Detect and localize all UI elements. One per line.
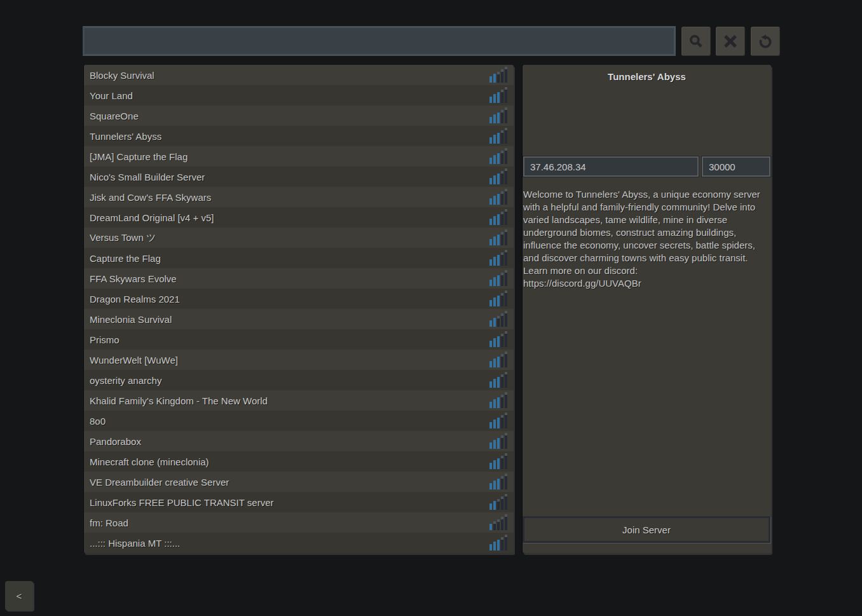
server-name: Mineclonia Survival bbox=[90, 314, 489, 325]
ping-strength-icon bbox=[489, 310, 507, 327]
server-name: Tunnelers' Abyss bbox=[90, 131, 489, 142]
server-list-item[interactable]: Minecraft clone (mineclonia) bbox=[84, 451, 514, 472]
server-list-item[interactable]: [JMA] Capture the Flag bbox=[84, 146, 514, 167]
server-list-item[interactable]: Khalid Family's Kingdom - The New World bbox=[84, 390, 514, 411]
server-list-item[interactable]: WunderWelt [WuWe] bbox=[84, 350, 514, 370]
ping-strength-icon bbox=[489, 514, 507, 530]
ping-strength-icon bbox=[489, 371, 507, 388]
server-list-item[interactable]: SquareOne bbox=[84, 106, 514, 126]
server-list-item[interactable]: Versus Town ツ bbox=[84, 228, 514, 248]
ping-strength-icon bbox=[489, 412, 507, 428]
clear-icon bbox=[722, 33, 739, 50]
ping-strength-icon bbox=[489, 66, 507, 83]
server-name: LinuxForks FREE PUBLIC TRANSIT server bbox=[90, 497, 489, 508]
server-name: VE Dreambuilder creative Server bbox=[90, 477, 489, 488]
ping-strength-icon bbox=[489, 229, 507, 245]
refresh-icon bbox=[757, 33, 774, 50]
server-name: Khalid Family's Kingdom - The New World bbox=[90, 395, 489, 406]
server-list-item[interactable]: Your Land bbox=[84, 85, 514, 106]
server-list-item[interactable]: 8o0 bbox=[84, 411, 514, 431]
server-list-item[interactable]: LinuxForks FREE PUBLIC TRANSIT server bbox=[84, 492, 514, 512]
back-button[interactable]: < bbox=[5, 581, 33, 610]
server-list-item[interactable]: DreamLand Original [v4 + v5] bbox=[84, 207, 514, 228]
refresh-button[interactable] bbox=[751, 27, 780, 56]
ping-strength-icon bbox=[489, 453, 507, 469]
ping-strength-icon bbox=[489, 168, 507, 184]
server-list-item[interactable]: VE Dreambuilder creative Server bbox=[84, 472, 514, 492]
search-button[interactable] bbox=[681, 27, 711, 56]
server-list-item[interactable]: Jisk and Cow's FFA Skywars bbox=[84, 187, 514, 207]
server-list-item[interactable]: Prismo bbox=[84, 329, 514, 350]
server-list-item[interactable]: Blocky Survival bbox=[84, 65, 514, 85]
search-input[interactable] bbox=[83, 26, 676, 56]
port-field[interactable] bbox=[702, 156, 770, 177]
magnifier-icon bbox=[688, 33, 704, 50]
server-list-item[interactable]: Nico's Small Builder Server bbox=[84, 167, 514, 187]
ping-strength-icon bbox=[489, 209, 507, 225]
address-field[interactable] bbox=[523, 156, 699, 177]
ping-strength-icon bbox=[489, 351, 507, 367]
server-list: Blocky Survival Your Land SquareOne Tunn… bbox=[84, 65, 514, 553]
server-detail-panel: Tunnelers' Abyss Welcome to Tunnelers' A… bbox=[523, 65, 771, 553]
ping-strength-icon bbox=[489, 331, 507, 347]
server-list-item[interactable]: Capture the Flag bbox=[84, 248, 514, 268]
server-list-item[interactable]: Pandorabox bbox=[84, 431, 514, 451]
server-name: oysterity anarchy bbox=[90, 375, 489, 386]
server-list-item[interactable]: fm: Road bbox=[84, 512, 514, 533]
server-list-item[interactable]: Mineclonia Survival bbox=[84, 309, 514, 329]
server-name: Prismo bbox=[90, 334, 489, 345]
server-name: Minecraft clone (mineclonia) bbox=[90, 456, 489, 467]
server-list-item[interactable]: ...::: Hispania MT :::... bbox=[84, 533, 514, 553]
server-name: Jisk and Cow's FFA Skywars bbox=[90, 192, 489, 203]
server-name: Dragon Realms 2021 bbox=[90, 294, 489, 305]
server-name: fm: Road bbox=[90, 517, 489, 528]
server-name: ...::: Hispania MT :::... bbox=[90, 538, 489, 549]
ping-strength-icon bbox=[489, 392, 507, 408]
ping-strength-icon bbox=[489, 127, 507, 144]
server-list-item[interactable]: Tunnelers' Abyss bbox=[84, 126, 514, 146]
selected-server-title: Tunnelers' Abyss bbox=[523, 65, 771, 82]
ping-strength-icon bbox=[489, 107, 507, 123]
server-name: Pandorabox bbox=[90, 436, 489, 447]
join-server-button[interactable]: Join Server bbox=[523, 516, 770, 543]
server-name: WunderWelt [WuWe] bbox=[90, 355, 489, 366]
server-name: Versus Town ツ bbox=[90, 232, 489, 244]
server-name: Your Land bbox=[90, 90, 489, 101]
ping-strength-icon bbox=[489, 86, 507, 103]
server-name: [JMA] Capture the Flag bbox=[90, 151, 489, 162]
ping-strength-icon bbox=[489, 432, 507, 449]
server-list-item[interactable]: oysterity anarchy bbox=[84, 370, 514, 390]
server-name: Capture the Flag bbox=[90, 253, 489, 264]
ping-strength-icon bbox=[489, 493, 507, 510]
server-name: SquareOne bbox=[90, 111, 489, 121]
ping-strength-icon bbox=[489, 290, 507, 306]
ping-strength-icon bbox=[489, 534, 507, 551]
server-name: Blocky Survival bbox=[90, 70, 489, 81]
ping-strength-icon bbox=[489, 270, 507, 286]
server-name: Nico's Small Builder Server bbox=[90, 172, 489, 182]
ping-strength-icon bbox=[489, 473, 507, 489]
server-name: FFA Skywars Evolve bbox=[90, 273, 489, 284]
server-name: DreamLand Original [v4 + v5] bbox=[90, 212, 489, 223]
server-list-item[interactable]: FFA Skywars Evolve bbox=[84, 268, 514, 289]
ping-strength-icon bbox=[489, 147, 507, 164]
server-name: 8o0 bbox=[90, 416, 489, 427]
server-list-item[interactable]: Dragon Realms 2021 bbox=[84, 289, 514, 309]
clear-search-button[interactable] bbox=[716, 27, 745, 56]
ping-strength-icon bbox=[489, 188, 507, 205]
server-description: Welcome to Tunnelers' Abyss, a unique ec… bbox=[523, 188, 770, 290]
ping-strength-icon bbox=[489, 249, 507, 266]
